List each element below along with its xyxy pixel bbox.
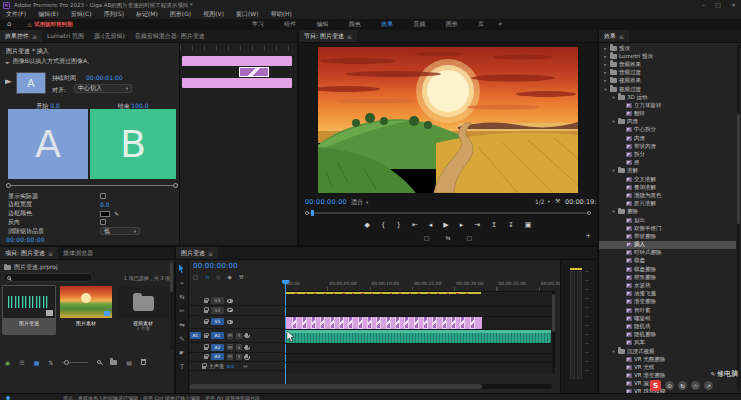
monitor-settings-icon[interactable]: ⚒ — [555, 197, 560, 204]
effect-item-交叉溶解[interactable]: 交叉溶解 — [599, 175, 736, 183]
program-tab-0[interactable]: 节目: 图片变速≡ — [299, 30, 357, 42]
timeline-transition-block[interactable] — [339, 316, 344, 329]
new-bin-icon[interactable] — [110, 360, 117, 365]
play-icon[interactable]: ▶ — [443, 221, 448, 229]
multicam-icon[interactable]: ⇆ — [445, 234, 450, 241]
mark-out-icon[interactable]: } — [396, 221, 400, 229]
transition-box-b[interactable]: B — [90, 109, 176, 179]
scrub-handle-left[interactable] — [305, 211, 309, 215]
effects-scrollbar[interactable] — [737, 44, 740, 391]
start-value[interactable]: 0.0 — [50, 102, 60, 109]
video-track-header-V2[interactable]: V2 — [189, 306, 285, 316]
video-clip-strip[interactable] — [286, 316, 482, 329]
transition-preview-thumb[interactable]: A — [16, 72, 46, 94]
slider-handle-end[interactable] — [173, 183, 178, 188]
timeline-transition-block[interactable] — [330, 316, 335, 329]
effect-item-棋盘擦除[interactable]: 棋盘擦除 — [599, 265, 736, 273]
panel-menu-icon[interactable]: ≡ — [619, 33, 624, 40]
selection-tool[interactable] — [179, 264, 186, 273]
end-value[interactable]: 100.0 — [131, 102, 148, 109]
effect-item-叠加溶解[interactable]: 叠加溶解 — [599, 183, 736, 191]
timeline-hscrollbar[interactable] — [190, 384, 552, 389]
ecp-playhead-timecode[interactable]: 00:00:00:00 — [6, 236, 45, 243]
step-forward-icon[interactable]: ▸ — [460, 221, 464, 229]
workspace-tab-组件[interactable]: 组件 — [284, 20, 296, 29]
workspace-tab-音频[interactable]: 音频 — [413, 20, 425, 29]
panel-menu-icon[interactable]: ≡ — [208, 250, 213, 257]
effect-item-渐变擦除[interactable]: 渐变擦除 — [599, 298, 736, 306]
project-item-图片素材[interactable]: 图片素材 — [59, 285, 113, 335]
eyedropper-icon[interactable]: ✎ — [114, 210, 119, 217]
effects-folder-擦除[interactable]: ▾擦除 — [599, 208, 736, 216]
timeline-transition-block[interactable] — [358, 316, 363, 329]
razor-tool[interactable]: ✂ — [179, 307, 184, 315]
workspace-tab-图形[interactable]: 图形 — [446, 20, 458, 29]
maximize-button[interactable]: □ — [715, 1, 721, 8]
project-breadcrumb[interactable]: 图片变速.prproj — [4, 263, 58, 272]
effect-item-中心拆分[interactable]: 中心拆分 — [599, 126, 736, 134]
track-output-icon[interactable] — [227, 308, 233, 312]
mute-button[interactable]: M — [227, 354, 233, 360]
effect-item-随机擦除[interactable]: 随机擦除 — [599, 331, 736, 339]
timeline-transition-block[interactable] — [386, 316, 391, 329]
timeline-ruler[interactable]: 00:0000:00:05:0000:00:10:0000:00:15:0000… — [285, 280, 555, 292]
timeline-transition-block[interactable] — [470, 316, 475, 329]
project-item-视频素材[interactable]: 视频素材2 个项 — [116, 285, 170, 335]
lift-icon[interactable]: ↥ — [491, 221, 497, 229]
icon-view-icon[interactable]: ▦ — [34, 359, 40, 366]
effects-folder-音频效果[interactable]: ▸音频效果 — [599, 60, 736, 68]
effect-item-划出[interactable]: 划出 — [599, 216, 736, 224]
audio-track-header-A1[interactable]: A1A1MS — [189, 329, 285, 343]
menu-item-2[interactable]: 剪辑(C) — [65, 10, 98, 19]
transition-clip-b-bar[interactable] — [182, 78, 292, 88]
timeline-transition-block[interactable] — [395, 316, 400, 329]
comparison-view-icon[interactable]: ▢ — [424, 234, 430, 241]
track-target-button[interactable]: A3 — [211, 353, 224, 360]
timeline-transition-block[interactable] — [414, 316, 419, 329]
effect-item-内滑[interactable]: 内滑 — [599, 134, 736, 142]
transition-box-a[interactable]: A — [8, 109, 88, 179]
effect-item-拆分[interactable]: 拆分 — [599, 150, 736, 158]
property-checkbox[interactable] — [100, 193, 106, 199]
timeline-playhead-line[interactable] — [285, 280, 286, 385]
effect-item-油漆飞溅[interactable]: 油漆飞溅 — [599, 290, 736, 298]
effect-item-带状内滑[interactable]: 带状内滑 — [599, 142, 736, 150]
add-marker-icon[interactable]: ◆ — [227, 274, 231, 280]
effect-controls-tab-0[interactable]: 效果控件≡ — [0, 30, 42, 42]
menu-item-1[interactable]: 编辑(E) — [32, 10, 64, 19]
search-icon[interactable] — [97, 360, 101, 364]
twirl-icon[interactable]: ▸ — [603, 78, 608, 83]
project-item-图片变速[interactable]: 图片变速 — [2, 285, 56, 335]
voiceover-record-icon[interactable] — [245, 354, 248, 358]
minimize-button[interactable]: – — [702, 1, 705, 8]
export-frame-icon[interactable]: ▣ — [525, 221, 532, 229]
effect-item-胶片溶解[interactable]: 胶片溶解 — [599, 200, 736, 208]
effect-item-螺旋框[interactable]: 螺旋框 — [599, 314, 736, 322]
effects-folder-音频过渡[interactable]: ▸音频过渡 — [599, 69, 736, 77]
timeline-transition-block[interactable] — [311, 316, 316, 329]
effect-item-风车[interactable]: 风车 — [599, 339, 736, 347]
panel-menu-icon[interactable]: ≡ — [32, 33, 37, 40]
menu-item-7[interactable]: 窗口(W) — [230, 10, 265, 19]
project-writable-icon[interactable]: ◉ — [5, 359, 10, 366]
zoom-level-select[interactable]: 适合 ▾ — [351, 198, 368, 207]
solo-button[interactable]: S — [236, 344, 242, 350]
project-tab-1[interactable]: 媒体浏览器 — [58, 247, 98, 259]
effects-folder-溶解[interactable]: ▾溶解 — [599, 167, 736, 175]
transition-range-slider[interactable] — [8, 183, 176, 188]
menu-item-6[interactable]: 视图(V) — [197, 10, 230, 19]
track-output-icon[interactable] — [227, 299, 233, 303]
source-patch[interactable] — [190, 318, 201, 325]
track-lock-icon[interactable] — [204, 310, 208, 313]
project-tab-0[interactable]: 项目: 图片变速≡ — [0, 247, 58, 259]
background-tasks-icon[interactable] — [6, 396, 10, 400]
timeline-transition-block[interactable] — [376, 316, 381, 329]
track-output-icon[interactable] — [227, 320, 233, 324]
mute-button[interactable]: M — [227, 344, 233, 350]
timeline-settings-icon[interactable]: ⚒ — [239, 274, 244, 280]
workspace-tab-库[interactable]: 库 — [478, 20, 484, 29]
license-alert[interactable]: ⚠ 试用版即将到期 — [27, 21, 72, 28]
effect-item-插入[interactable]: 插入 — [599, 241, 736, 249]
panel-menu-icon[interactable]: ≡ — [48, 250, 53, 257]
twirl-icon[interactable]: ▾ — [611, 349, 616, 354]
